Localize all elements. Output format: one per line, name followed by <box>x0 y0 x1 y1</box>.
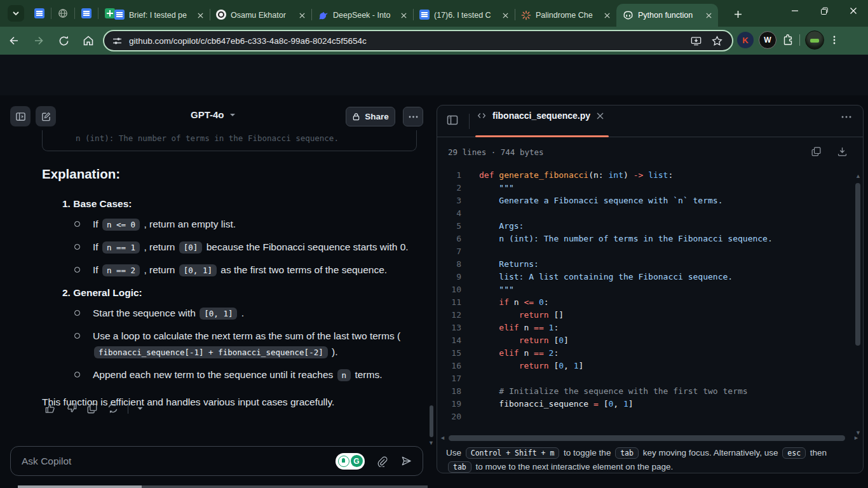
list-item-text: terms. <box>352 369 382 380</box>
page-horizontal-scrollbar[interactable] <box>18 485 428 488</box>
copy-file-button[interactable] <box>811 146 822 157</box>
url-text[interactable]: github.com/copilot/c/cb647eb6-c333-4a8c-… <box>129 36 690 46</box>
browser-tab[interactable]: DeepSeek - Into <box>311 4 413 27</box>
site-info-icon[interactable] <box>112 36 123 46</box>
panel-collapse-button[interactable] <box>446 114 459 126</box>
retry-options-button[interactable] <box>137 407 143 410</box>
list-item: Use a loop to calculate the next term as… <box>42 328 423 360</box>
code-line: 6 n (int): The number of terms in the Fi… <box>437 233 849 245</box>
send-button[interactable] <box>400 455 412 467</box>
download-icon <box>837 146 848 157</box>
close-window-button[interactable] <box>839 0 868 22</box>
tab-close-button[interactable] <box>296 10 308 21</box>
feedback-divider <box>128 403 128 414</box>
scroll-up-arrow[interactable]: ▲ <box>855 173 861 179</box>
gdoc-favicon <box>419 10 430 22</box>
model-selector[interactable]: GPT-4o <box>191 109 236 120</box>
restore-button[interactable] <box>810 0 839 22</box>
code-line: 9 list: A list containing the Fibonacci … <box>437 271 849 283</box>
scroll-left-arrow[interactable]: ◄ <box>440 435 445 441</box>
tab-close-button[interactable] <box>703 10 714 21</box>
thumbs-down-button[interactable] <box>65 402 78 414</box>
kbd-chip: esc <box>782 447 806 459</box>
browser-tab[interactable]: Palindrome Che <box>515 4 616 27</box>
browser-tab[interactable]: Brief: I tested pe <box>108 4 210 27</box>
inline-code: n == 1 <box>102 241 140 254</box>
retry-button[interactable] <box>107 402 119 414</box>
chat-scrollbar-thumb[interactable] <box>430 405 433 437</box>
thumbs-up-button[interactable] <box>44 402 57 414</box>
code-vertical-scrollbar[interactable]: ▲ ▼ <box>855 173 861 440</box>
tab-search-button[interactable] <box>8 5 24 22</box>
panel-header-divider <box>469 114 470 129</box>
tab-close-button[interactable] <box>499 10 511 21</box>
address-bar[interactable]: github.com/copilot/c/cb647eb6-c333-4a8c-… <box>103 30 733 51</box>
code-line-content: elif n == 2: <box>461 347 559 360</box>
browser-tab-active[interactable]: Python function <box>616 4 718 27</box>
sidebar-icon <box>15 111 26 122</box>
tab-close-button[interactable] <box>398 10 409 21</box>
chat-input-placeholder: Ask Copilot <box>22 456 336 467</box>
reload-button[interactable] <box>53 30 74 51</box>
line-number: 10 <box>437 283 461 296</box>
tabs: Brief: I tested peOsamu EkhatorDeepSeek … <box>108 4 718 27</box>
list-item: If n <= 0 , return an empty list. <box>42 216 423 233</box>
pinned-tab-gdoc-icon[interactable] <box>28 8 51 18</box>
window-controls <box>780 0 868 22</box>
panel-menu-button[interactable] <box>841 116 851 118</box>
share-button[interactable]: Share <box>346 107 395 126</box>
browser-tab[interactable]: Osamu Ekhator <box>210 4 311 27</box>
browser-menu-button[interactable] <box>829 35 839 45</box>
extensions-button[interactable] <box>782 34 794 46</box>
download-file-button[interactable] <box>837 146 848 157</box>
browser-tab[interactable]: (17)6. I tested C <box>413 4 515 27</box>
code-line-content: n (int): The number of terms in the Fibo… <box>461 233 773 245</box>
page-scrollbar-thumb[interactable] <box>18 485 142 488</box>
line-number: 20 <box>437 410 461 423</box>
chat-scroll-down-arrow[interactable]: ▼ <box>428 440 434 446</box>
code-line-content: return [] <box>461 309 564 322</box>
close-file-button[interactable] <box>596 112 604 120</box>
code-line-content: Returns: <box>461 258 539 271</box>
back-button[interactable] <box>3 30 25 51</box>
tab-close-button[interactable] <box>194 10 206 21</box>
code-editor[interactable]: 1def generate_fibonacci(n: int) -> list:… <box>437 169 849 423</box>
copy-message-button[interactable] <box>86 403 98 414</box>
new-tab-button[interactable] <box>729 6 746 22</box>
extension-k-icon[interactable]: K <box>737 32 754 48</box>
file-tab[interactable]: fibonacci_sequence.py <box>477 111 604 121</box>
pinned-tab-globe-icon[interactable] <box>51 8 74 18</box>
line-number: 2 <box>437 182 461 194</box>
list-item-text: Use a loop to calculate the next term as… <box>93 330 400 341</box>
code-line: 12 return [] <box>437 309 849 322</box>
chat-input[interactable]: Ask Copilot G <box>10 446 423 476</box>
code-line: 3 Generate a Fibonacci sequence with `n`… <box>437 194 849 207</box>
extension-w-icon[interactable]: W <box>759 31 776 49</box>
browser-profile-avatar[interactable] <box>805 30 824 50</box>
close-icon <box>850 7 857 15</box>
code-horizontal-scrollbar[interactable]: ◄ ► <box>440 435 859 442</box>
chat-sidebar-toggle-button[interactable] <box>10 106 31 126</box>
new-chat-button[interactable] <box>36 106 56 126</box>
bullet-marker <box>74 221 80 227</box>
panel-header: fibonacci_sequence.py <box>437 105 863 137</box>
conversation-menu-button[interactable] <box>403 107 423 126</box>
save-to-device-icon[interactable] <box>690 35 702 47</box>
horizontal-scrollbar-thumb[interactable] <box>449 435 845 441</box>
pinned-tab-gdoc-icon[interactable] <box>75 8 98 18</box>
close-icon <box>596 112 604 120</box>
share-label: Share <box>365 112 389 121</box>
paperclip-icon <box>376 456 388 467</box>
home-button[interactable] <box>78 30 99 51</box>
vertical-scrollbar-thumb[interactable] <box>855 183 860 346</box>
tab-strip: Brief: I tested peOsamu EkhatorDeepSeek … <box>0 0 868 27</box>
grammarly-widget[interactable]: G <box>336 453 365 470</box>
attach-file-button[interactable] <box>376 456 388 467</box>
forward-button[interactable] <box>28 30 50 51</box>
scroll-right-arrow[interactable]: ► <box>853 435 859 441</box>
file-name: fibonacci_sequence.py <box>492 111 590 121</box>
puzzle-icon <box>782 34 794 46</box>
minimize-button[interactable] <box>780 0 810 22</box>
tab-close-button[interactable] <box>601 10 613 21</box>
bookmark-star-icon[interactable] <box>711 35 723 47</box>
